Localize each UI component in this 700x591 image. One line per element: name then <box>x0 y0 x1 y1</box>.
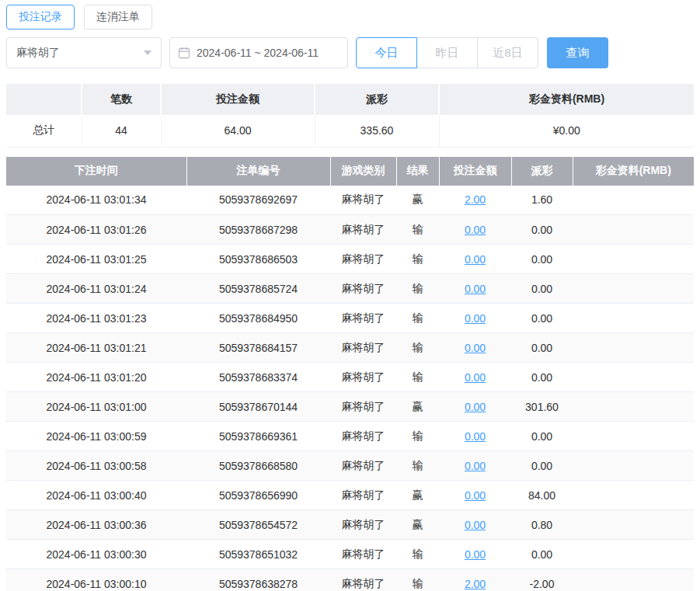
bet-amount-cell: 0.00 <box>439 304 511 333</box>
col-header-game-type: 游戏类别 <box>330 157 396 186</box>
result-cell: 赢 <box>396 481 439 510</box>
bet-amount-link[interactable]: 0.00 <box>465 342 486 354</box>
bonus-cell <box>573 333 694 363</box>
game-type-cell: 麻将胡了 <box>330 481 396 510</box>
col-header-result: 结果 <box>396 157 439 186</box>
col-header-bonus: 彩金资料(RMB) <box>573 157 694 186</box>
yesterday-button[interactable]: 昨日 <box>416 37 478 68</box>
bet-amount-link[interactable]: 0.00 <box>465 430 486 443</box>
payout-cell: 0.00 <box>511 333 573 363</box>
summary-total-count: 44 <box>82 115 161 147</box>
tab-bet-records[interactable]: 投注记录 <box>6 5 75 30</box>
bet-amount-link[interactable]: 0.00 <box>465 371 486 384</box>
bonus-cell <box>573 304 694 333</box>
bet-time-cell: 2024-06-11 03:01:23 <box>6 304 186 333</box>
bonus-cell <box>573 274 694 304</box>
bet-amount-link[interactable]: 0.00 <box>465 460 486 472</box>
bet-amount-link[interactable]: 0.00 <box>465 283 486 295</box>
summary-header-bonus: 彩金资料(RMB) <box>439 84 694 115</box>
search-button[interactable]: 查询 <box>547 37 608 68</box>
game-type-cell: 麻将胡了 <box>330 215 396 245</box>
table-row: 2024-06-11 03:01:235059378684950麻将胡了输0.0… <box>6 304 694 333</box>
bet-time-cell: 2024-06-11 03:01:26 <box>6 215 186 245</box>
result-cell: 赢 <box>396 186 439 215</box>
bonus-cell <box>573 422 694 451</box>
bet-time-cell: 2024-06-11 03:01:25 <box>6 245 186 274</box>
filter-bar: 麻将胡了 2024-06-11 ~ 2024-06-11 今日 昨日 近8日 查… <box>6 37 694 68</box>
payout-cell: 1.60 <box>511 186 573 215</box>
quick-date-button-group: 今日 昨日 近8日 <box>356 37 538 68</box>
bet-table-header-row: 下注时间 注单编号 游戏类别 结果 投注金额 派彩 彩金资料(RMB) <box>6 157 694 186</box>
summary-total-bonus: ¥0.00 <box>439 115 694 147</box>
bet-time-cell: 2024-06-11 03:00:40 <box>6 481 186 510</box>
order-id-cell: 5059378685724 <box>186 274 330 304</box>
bet-amount-link[interactable]: 0.00 <box>465 224 486 236</box>
payout-cell: -2.00 <box>511 569 573 591</box>
today-button[interactable]: 今日 <box>356 37 417 68</box>
summary-total-payout: 335.60 <box>315 115 439 147</box>
bet-amount-link[interactable]: 0.00 <box>465 312 486 325</box>
game-type-cell: 麻将胡了 <box>330 333 396 363</box>
result-cell: 输 <box>396 304 439 333</box>
table-row: 2024-06-11 03:01:205059378683374麻将胡了输0.0… <box>6 363 694 392</box>
payout-cell: 0.00 <box>511 274 573 304</box>
result-cell: 输 <box>396 333 439 363</box>
bet-amount-link[interactable]: 0.00 <box>465 548 486 561</box>
bet-amount-cell: 0.00 <box>439 363 511 392</box>
order-id-cell: 5059378670144 <box>186 392 330 422</box>
bet-time-cell: 2024-06-11 03:01:00 <box>6 392 186 422</box>
last-8-days-button[interactable]: 近8日 <box>477 37 538 68</box>
bet-amount-cell: 0.00 <box>439 481 511 510</box>
bonus-cell <box>573 215 694 245</box>
result-cell: 输 <box>396 422 439 451</box>
bet-amount-link[interactable]: 0.00 <box>465 401 486 413</box>
order-id-cell: 5059378684950 <box>186 304 330 333</box>
payout-cell: 0.00 <box>511 451 573 481</box>
table-row: 2024-06-11 03:00:305059378651032麻将胡了输0.0… <box>6 540 694 569</box>
game-type-cell: 麻将胡了 <box>330 274 396 304</box>
payout-cell: 0.80 <box>511 510 573 540</box>
bet-amount-cell: 0.00 <box>439 245 511 274</box>
table-row: 2024-06-11 03:01:265059378687298麻将胡了输0.0… <box>6 215 694 245</box>
date-range-picker[interactable]: 2024-06-11 ~ 2024-06-11 <box>169 37 348 68</box>
bet-amount-link[interactable]: 0.00 <box>465 519 486 531</box>
game-select[interactable]: 麻将胡了 <box>6 37 162 68</box>
table-row: 2024-06-11 03:01:245059378685724麻将胡了输0.0… <box>6 274 694 304</box>
summary-table: 笔数 投注金额 派彩 彩金资料(RMB) 总计 44 64.00 335.60 … <box>6 84 694 148</box>
bet-amount-link[interactable]: 2.00 <box>465 578 486 590</box>
payout-cell: 0.00 <box>511 363 573 392</box>
bet-table: 下注时间 注单编号 游戏类别 结果 投注金额 派彩 彩金资料(RMB) 2024… <box>6 157 694 591</box>
table-row: 2024-06-11 03:00:585059378668580麻将胡了输0.0… <box>6 451 694 481</box>
payout-cell: 0.00 <box>511 540 573 569</box>
summary-header-empty <box>6 84 82 115</box>
col-header-payout: 派彩 <box>511 157 573 186</box>
payout-cell: 301.60 <box>511 392 573 422</box>
bet-time-cell: 2024-06-11 03:00:36 <box>6 510 186 540</box>
table-row: 2024-06-11 03:00:595059378669361麻将胡了输0.0… <box>6 422 694 451</box>
bet-table-body: 2024-06-11 03:01:345059378692697麻将胡了赢2.0… <box>6 186 694 591</box>
bonus-cell <box>573 569 694 591</box>
payout-cell: 84.00 <box>511 481 573 510</box>
payout-cell: 0.00 <box>511 245 573 274</box>
bet-amount-link[interactable]: 0.00 <box>465 253 486 266</box>
order-id-cell: 5059378686503 <box>186 245 330 274</box>
game-type-cell: 麻将胡了 <box>330 363 396 392</box>
summary-header-payout: 派彩 <box>315 84 439 115</box>
result-cell: 输 <box>396 215 439 245</box>
bet-amount-link[interactable]: 0.00 <box>465 489 486 502</box>
col-header-order-id: 注单编号 <box>186 157 330 186</box>
bonus-cell <box>573 186 694 215</box>
bet-time-cell: 2024-06-11 03:01:34 <box>6 186 186 215</box>
top-tabs: 投注记录 连消注单 <box>6 5 694 30</box>
bet-time-cell: 2024-06-11 03:01:21 <box>6 333 186 363</box>
summary-total-bet-amount: 64.00 <box>161 115 315 147</box>
bet-amount-link[interactable]: 2.00 <box>465 193 486 206</box>
order-id-cell: 5059378656990 <box>186 481 330 510</box>
table-row: 2024-06-11 03:01:005059378670144麻将胡了赢0.0… <box>6 392 694 422</box>
bonus-cell <box>573 510 694 540</box>
result-cell: 输 <box>396 569 439 591</box>
bet-time-cell: 2024-06-11 03:00:10 <box>6 569 186 591</box>
tab-cancelled-orders[interactable]: 连消注单 <box>84 5 152 30</box>
bonus-cell <box>573 363 694 392</box>
table-row: 2024-06-11 03:00:105059378638278麻将胡了输2.0… <box>6 569 694 591</box>
